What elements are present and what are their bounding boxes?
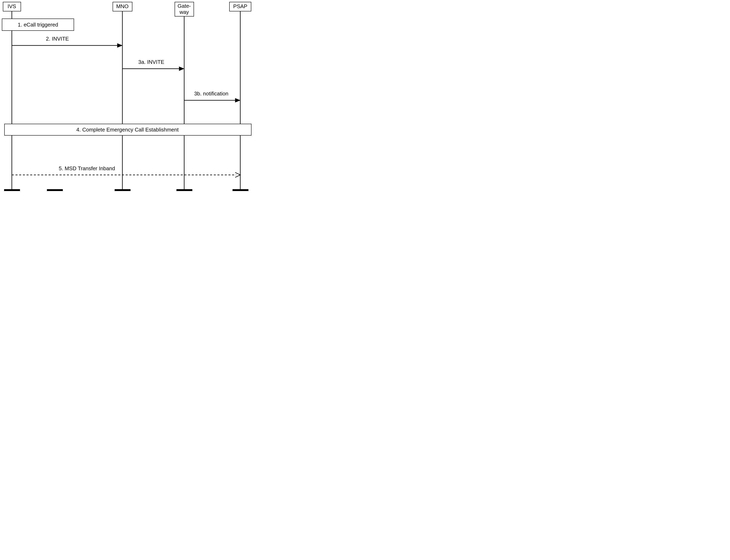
participant-label-mno: MNO <box>116 3 129 9</box>
step3b-arrowhead <box>235 98 240 102</box>
footbar-gateway <box>176 189 192 191</box>
footbar-psap <box>232 189 248 191</box>
step3a-label: 3a. INVITE <box>138 59 164 65</box>
participant-label-gateway-line2: way <box>179 9 189 15</box>
participant-label-psap: PSAP <box>233 3 247 9</box>
step4-label: 4. Complete Emergency Call Establishment <box>76 127 179 133</box>
step2-label: 2. INVITE <box>46 36 69 42</box>
step3b-label: 3b. notification <box>194 91 228 97</box>
step3a-arrowhead <box>179 67 184 71</box>
step5-label: 5. MSD Transfer Inband <box>59 165 115 171</box>
sequence-diagram: IVS MNO Gate- way PSAP 1. eCall triggere… <box>0 0 256 196</box>
footbar-ivs <box>4 189 20 191</box>
step2-arrowhead <box>117 43 122 47</box>
participant-label-ivs: IVS <box>8 3 16 9</box>
step1-label: 1. eCall triggered <box>18 22 58 28</box>
footbar-mno <box>115 189 130 191</box>
participant-label-gateway-line1: Gate- <box>177 3 191 9</box>
footbar-extra <box>47 189 63 191</box>
